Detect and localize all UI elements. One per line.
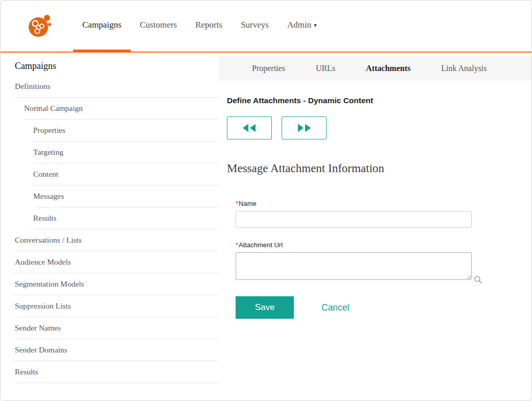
tab-bar: Properties URLs Attachments Link Analysi… <box>219 56 531 81</box>
sidebar-item-suppression-lists[interactable]: Suppression Lists <box>15 295 218 317</box>
sidebar-item-results-bottom[interactable]: Results <box>15 361 218 383</box>
main-content: Properties URLs Attachments Link Analysi… <box>219 56 531 401</box>
tab-properties[interactable]: Properties <box>252 64 285 73</box>
attachment-url-field-group: *Attachment Url <box>236 241 521 282</box>
top-header: Campaigns Customers Reports Surveys Admi… <box>1 1 531 52</box>
search-icon[interactable] <box>474 275 482 284</box>
sidebar-item-sender-domains[interactable]: Sender Domains <box>15 339 218 361</box>
sidebar-item-normal-campaign[interactable]: Normal Campaign <box>24 98 218 120</box>
nav-item-customers[interactable]: Customers <box>131 1 187 53</box>
page-title: Define Attachments - Dynamic Content <box>227 96 521 105</box>
nav-label: Admin <box>287 20 311 30</box>
tab-attachments[interactable]: Attachments <box>366 64 410 73</box>
tab-link-analysis[interactable]: Link Analysis <box>441 64 487 73</box>
name-field-group: *Name <box>236 200 521 228</box>
sidebar-item-properties[interactable]: Properties <box>33 120 218 141</box>
nav-label: Campaigns <box>82 20 122 30</box>
sidebar-title: Campaigns <box>15 61 219 72</box>
attachment-url-field-label: *Attachment Url <box>236 241 521 249</box>
nav-item-campaigns[interactable]: Campaigns <box>73 1 131 53</box>
required-marker: * <box>236 241 238 249</box>
sidebar-item-sender-names[interactable]: Sender Names <box>15 317 218 339</box>
next-button[interactable] <box>282 116 327 139</box>
tab-urls[interactable]: URLs <box>316 64 335 73</box>
name-input[interactable] <box>236 211 472 228</box>
nav-item-reports[interactable]: Reports <box>186 1 232 53</box>
sidebar-item-segmentation-models[interactable]: Segmentation Models <box>15 273 218 295</box>
previous-button[interactable] <box>227 116 272 139</box>
attachment-url-label-text: Attachment Url <box>239 241 283 249</box>
nav-item-admin[interactable]: Admin ▾ <box>278 1 326 53</box>
nav-label: Reports <box>195 20 222 30</box>
brand-bubbles-icon <box>27 13 52 39</box>
app-logo[interactable] <box>27 1 52 52</box>
sidebar-item-results[interactable]: Results <box>33 207 218 229</box>
sidebar-item-audience-models[interactable]: Audience Models <box>15 251 218 273</box>
attachment-form: *Name *Attachment Url <box>236 200 521 319</box>
sidebar: Campaigns Definitions Normal Campaign Pr… <box>1 53 219 401</box>
nav-item-surveys[interactable]: Surveys <box>232 1 278 53</box>
nav-label: Customers <box>140 20 177 30</box>
cancel-link[interactable]: Cancel <box>321 302 349 313</box>
double-right-arrow-icon <box>297 124 311 132</box>
app-window: Campaigns Customers Reports Surveys Admi… <box>0 0 532 401</box>
sidebar-item-targeting[interactable]: Targeting <box>33 141 218 163</box>
sidebar-item-conversations-lists[interactable]: Conversations / Lists <box>15 229 218 251</box>
double-left-arrow-icon <box>242 124 257 132</box>
sidebar-item-content[interactable]: Content <box>33 163 218 185</box>
chevron-down-icon: ▾ <box>314 22 317 29</box>
save-button[interactable]: Save <box>236 296 294 319</box>
main-nav: Campaigns Customers Reports Surveys Admi… <box>73 1 326 52</box>
nav-label: Surveys <box>241 20 269 30</box>
required-marker: * <box>236 200 238 207</box>
form-actions: Save Cancel <box>236 296 521 319</box>
attachment-url-textarea[interactable] <box>236 252 472 280</box>
name-label-text: Name <box>239 200 257 207</box>
section-title: Message Attachment Information <box>227 162 521 175</box>
pager <box>227 116 521 139</box>
sidebar-item-definitions[interactable]: Definitions <box>15 76 218 98</box>
name-field-label: *Name <box>236 200 521 207</box>
sidebar-item-messages[interactable]: Messages <box>33 185 218 207</box>
